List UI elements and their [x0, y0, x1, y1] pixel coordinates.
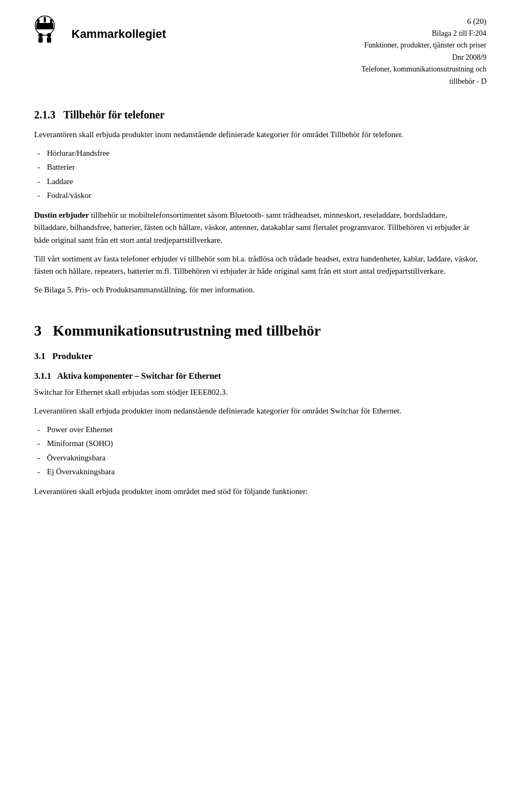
svg-point-7	[47, 33, 51, 37]
list-item: Laddare	[34, 176, 478, 188]
list-item: Fodral/väskor	[34, 189, 478, 202]
header-line4: Telefoner, kommunikationsutrustning och	[362, 63, 486, 75]
page-number: 6 (20)	[362, 15, 486, 28]
page: Kammarkollegiet 6 (20) Bilaga 2 till F:2…	[0, 0, 512, 812]
svg-rect-2	[44, 17, 46, 22]
list-item: Power over Ethernet	[34, 424, 478, 436]
main-content: 2.1.3 Tillbehör för telefoner Leverantör…	[0, 98, 512, 526]
section-2-1-3-bullet-list: Hörlurar/Handsfree Batterier Laddare Fod…	[34, 147, 478, 202]
header: Kammarkollegiet 6 (20) Bilaga 2 till F:2…	[0, 0, 512, 98]
section-2-1-3-heading: 2.1.3 Tillbehör för telefoner	[34, 109, 478, 121]
svg-rect-1	[37, 19, 39, 23]
section-3-1-number: 3.1	[34, 351, 45, 361]
section-3-1-1-bullet-list: Power over Ethernet Miniformat (SOHO) Öv…	[34, 424, 478, 478]
section-3-number: 3	[34, 322, 42, 339]
section-2-1-3-intro: Leverantören skall erbjuda produkter ino…	[34, 129, 478, 141]
svg-point-5	[38, 33, 43, 37]
dustin-bold: Dustin erbjuder	[34, 211, 89, 219]
section-2-1-3-number: 2.1.3	[34, 109, 55, 121]
section-3-1-1-closing: Leverantören skall erbjuda produkter ino…	[34, 485, 478, 498]
header-line3: Dnr 2008/9	[362, 52, 486, 63]
section-3-title: Kommunikationsutrustning med tillbehör	[53, 322, 321, 339]
bilaga-paragraph: Se Bilaga 5, Pris- och Produktsammanstäl…	[34, 284, 478, 296]
list-item: Övervakningsbara	[34, 452, 478, 464]
svg-rect-3	[50, 19, 52, 23]
header-line5: tillbehör - D	[362, 76, 486, 87]
section-3-1-1-heading: 3.1.1 Aktiva komponenter – Switchar för …	[34, 371, 478, 381]
section-3-1-1-title: Aktiva komponenter – Switchar för Ethern…	[57, 371, 221, 380]
dustin-text: tillbehör ur mobiltelefonsortimentet sås…	[34, 211, 469, 244]
kammarkollegiet-logo-icon	[26, 15, 64, 53]
list-item: Miniformat (SOHO)	[34, 437, 478, 450]
section-2-1-3-title: Tillbehör för telefoner	[63, 109, 165, 121]
section-3-1-1-intro2: Leverantören skall erbjuda produkter ino…	[34, 405, 478, 417]
svg-rect-4	[36, 23, 53, 29]
svg-rect-6	[38, 37, 43, 43]
header-right: 6 (20) Bilaga 2 till F:204 Funktioner, p…	[362, 15, 486, 87]
logo-area: Kammarkollegiet	[26, 15, 166, 53]
header-line1: Bilaga 2 till F:204	[362, 28, 486, 39]
section-3-1-1-intro1: Switchar för Ethernet skall erbjudas som…	[34, 386, 478, 399]
svg-rect-8	[47, 37, 51, 43]
list-item: Ej Övervakningsbara	[34, 466, 478, 478]
list-item: Hörlurar/Handsfree	[34, 147, 478, 160]
section-3-1-heading: 3.1 Produkter	[34, 351, 478, 362]
section-3-1-title: Produkter	[52, 351, 92, 361]
fasta-paragraph: Till vårt sortiment av fasta telefoner e…	[34, 253, 478, 278]
list-item: Batterier	[34, 161, 478, 173]
header-line2: Funktioner, produkter, tjänster och pris…	[362, 39, 486, 51]
dustin-paragraph: Dustin erbjuder tillbehör ur mobiltelefo…	[34, 209, 478, 246]
section-3-1-1-number: 3.1.1	[34, 371, 51, 380]
logo-text: Kammarkollegiet	[71, 27, 166, 41]
section-3-heading: 3 Kommunikationsutrustning med tillbehör	[34, 322, 478, 339]
